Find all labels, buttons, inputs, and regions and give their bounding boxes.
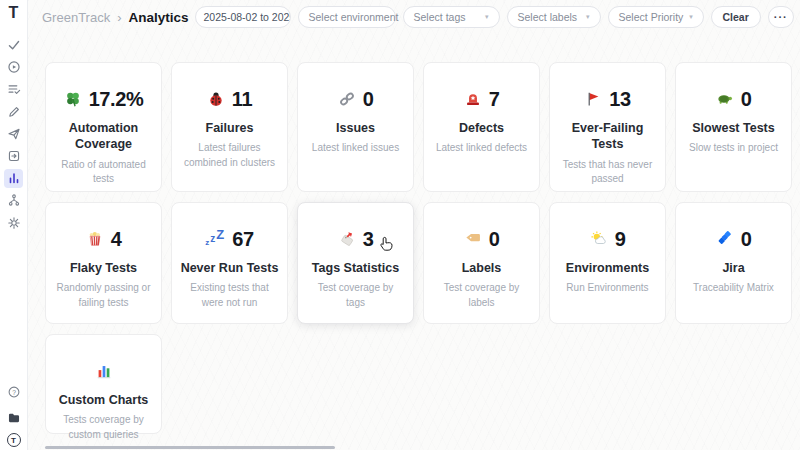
card-subtitle: Tests coverage by custom quieries: [53, 413, 154, 442]
sidebar-item-tests[interactable]: [4, 36, 23, 55]
priority-select-placeholder: Select Priority: [619, 11, 684, 23]
environment-select-placeholder: Select environment: [309, 11, 399, 23]
sidebar-item-import[interactable]: [4, 147, 23, 166]
card-value: 0: [489, 229, 500, 249]
card-head: 3: [305, 228, 406, 250]
zzz-sleep-icon: zzZ: [205, 230, 225, 248]
card-value: 9: [615, 229, 626, 249]
card-flaky-tests[interactable]: 4 Flaky Tests Randomly passing or failin…: [45, 202, 162, 324]
clear-filters-button[interactable]: Clear: [711, 6, 761, 28]
card-head: 9: [557, 228, 658, 250]
card-value: 3: [363, 229, 374, 249]
breadcrumb: GreenTrack › Analytics: [42, 10, 189, 25]
card-tags-statistics[interactable]: 3 Tags Statistics Test coverage by tags: [297, 202, 414, 324]
branch-icon: [7, 193, 21, 207]
card-head: 0: [431, 228, 532, 250]
card-value: 0: [741, 229, 752, 249]
card-slowest-tests[interactable]: 0 Slowest Tests Slow tests in project: [675, 62, 792, 192]
link-icon: [338, 90, 356, 108]
card-labels[interactable]: 0 Labels Test coverage by labels: [423, 202, 540, 324]
card-subtitle: Latest failures combined in clusters: [179, 141, 280, 170]
sidebar-item-analytics[interactable]: [4, 169, 23, 188]
card-head: 17.2%: [53, 88, 154, 110]
card-subtitle: Latest linked issues: [305, 141, 406, 156]
card-never-run-tests[interactable]: zzZ 67 Never Run Tests Existing tests th…: [171, 202, 288, 324]
card-head: 0: [683, 88, 784, 110]
card-value: 13: [609, 89, 630, 109]
card-custom-charts[interactable]: Custom Charts Tests coverage by custom q…: [45, 334, 162, 434]
page-title: Analytics: [129, 10, 189, 25]
card-value: 7: [489, 89, 500, 109]
card-title: Jira: [683, 260, 784, 276]
list-check-icon: [7, 82, 21, 96]
priority-select[interactable]: Select Priority ▾: [608, 6, 704, 28]
card-head: zzZ 67: [179, 228, 280, 250]
horizontal-scrollbar[interactable]: [45, 446, 335, 449]
tag-arrow-icon: [338, 230, 356, 248]
card-defects[interactable]: 7 Defects Latest linked defects: [423, 62, 540, 192]
card-title: Automation Coverage: [53, 120, 154, 153]
card-subtitle: Randomly passing or failing tests: [53, 281, 154, 310]
card-subtitle: Test coverage by labels: [431, 281, 532, 310]
card-value: 0: [363, 89, 374, 109]
alarm-light-icon: [464, 90, 482, 108]
card-value: 11: [232, 89, 252, 109]
turtle-icon: [716, 90, 734, 108]
card-value: 4: [111, 229, 122, 249]
card-value: 0: [741, 89, 752, 109]
card-title: Ever-Failing Tests: [557, 120, 658, 153]
labels-select[interactable]: Select labels ▾: [507, 6, 601, 28]
checkmark-icon: [7, 38, 21, 52]
card-ever-failing-tests[interactable]: 13 Ever-Failing Tests Tests that has nev…: [549, 62, 666, 192]
folder-icon: [7, 411, 21, 425]
breadcrumb-separator: ›: [117, 10, 121, 25]
tags-select-placeholder: Select tags: [414, 11, 466, 23]
sidebar-item-settings[interactable]: [4, 213, 23, 232]
main-content: GreenTrack › Analytics 2025-08-02 to 202…: [28, 0, 800, 450]
user-avatar[interactable]: T: [7, 433, 21, 447]
chevron-down-icon: ▾: [485, 13, 489, 21]
breadcrumb-project[interactable]: GreenTrack: [42, 10, 110, 25]
card-title: Environments: [557, 260, 658, 276]
card-title: Tags Statistics: [305, 260, 406, 276]
card-title: Labels: [431, 260, 532, 276]
card-automation-coverage[interactable]: 17.2% Automation Coverage Ratio of autom…: [45, 62, 162, 192]
card-head: 7: [431, 88, 532, 110]
sidebar-item-jobs[interactable]: [4, 124, 23, 143]
sidebar-item-branches[interactable]: [4, 191, 23, 210]
filter-bar: 2025-08-02 to 2025-0 Select environment …: [195, 6, 794, 28]
sidebar-item-help[interactable]: ?: [4, 382, 23, 401]
labels-select-placeholder: Select labels: [518, 11, 578, 23]
svg-text:?: ?: [12, 388, 16, 395]
pencil-icon: [7, 105, 21, 119]
tags-select[interactable]: Select tags ▾: [403, 6, 500, 28]
sidebar-item-projects[interactable]: [4, 408, 23, 427]
date-range-input[interactable]: 2025-08-02 to 2025-0: [195, 6, 291, 28]
card-subtitle: Traceability Matrix: [683, 281, 784, 296]
sidebar-item-editor[interactable]: [4, 102, 23, 121]
card-value: 67: [232, 229, 253, 249]
card-subtitle: Test coverage by tags: [305, 281, 406, 310]
card-title: Never Run Tests: [179, 260, 280, 276]
card-issues[interactable]: 0 Issues Latest linked issues: [297, 62, 414, 192]
card-failures[interactable]: 11 Failures Latest failures combined in …: [171, 62, 288, 192]
bar-chart-icon: [95, 362, 113, 380]
card-value: 17.2%: [89, 89, 144, 109]
analytics-bars-icon: [7, 171, 21, 185]
card-subtitle: Existing tests that were not run: [179, 281, 280, 310]
card-environments[interactable]: 9 Environments Run Environments: [549, 202, 666, 324]
sidebar-bottom: ? T: [4, 381, 23, 447]
card-title: Custom Charts: [53, 392, 154, 408]
chevron-down-icon: ▾: [689, 13, 693, 21]
more-options-button[interactable]: ···: [768, 6, 794, 28]
import-box-icon: [7, 149, 21, 163]
sidebar-item-runs[interactable]: [4, 58, 23, 77]
chevron-down-icon: ▾: [586, 13, 590, 21]
card-head: [53, 360, 154, 382]
analytics-cards-grid: 17.2% Automation Coverage Ratio of autom…: [45, 62, 792, 434]
card-subtitle: Tests that has never passed: [557, 158, 658, 187]
card-jira[interactable]: 0 Jira Traceability Matrix: [675, 202, 792, 324]
sidebar-item-plans[interactable]: [4, 80, 23, 99]
environment-select[interactable]: Select environment ▾: [298, 6, 396, 28]
app-logo[interactable]: T: [9, 5, 19, 21]
